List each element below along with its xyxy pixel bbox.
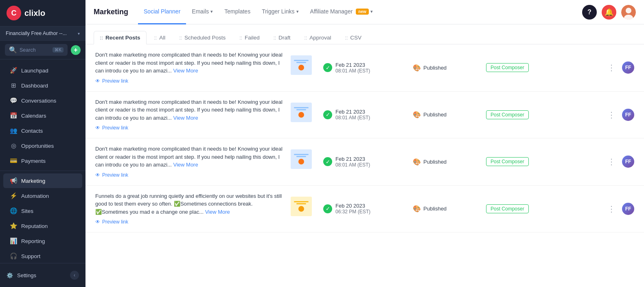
post-actions: ⋮ FF: [606, 202, 634, 215]
preview-link[interactable]: 👁 Preview link: [95, 77, 283, 85]
post-time: 08:01 AM (EST): [335, 115, 370, 120]
opportunities-icon: ◎: [10, 142, 17, 149]
settings-icon: ⚙️: [7, 272, 13, 278]
preview-label: Preview link: [102, 171, 128, 179]
svg-point-1: [626, 8, 631, 13]
account-selector[interactable]: Financially Free Author --... ▾: [0, 26, 85, 41]
sidebar-item-support[interactable]: 🎧 Support: [3, 249, 82, 263]
sidebar-item-marketing[interactable]: 📢 Marketing: [3, 173, 82, 188]
thumb-line: [294, 201, 309, 202]
sidebar-item-settings[interactable]: ⚙️ Settings ‹: [0, 267, 85, 283]
published-icon: 🎨: [413, 205, 421, 213]
tab-approval[interactable]: :: Approval: [298, 31, 337, 44]
emails-label: Emails: [192, 8, 209, 15]
view-more-link[interactable]: View More: [173, 162, 198, 168]
post-published: 🎨 Published: [413, 64, 478, 72]
post-user-avatar: FF: [622, 156, 634, 168]
user-avatar[interactable]: [621, 5, 636, 20]
account-name: Financially Free Author --...: [6, 31, 67, 36]
table-row: Don't make marketing more complicated th…: [85, 92, 644, 139]
sidebar-item-sites[interactable]: 🌐 Sites: [3, 204, 82, 218]
sidebar-item-label: Support: [21, 253, 40, 259]
search-bar: 🔍 Search ⌘K +: [0, 41, 85, 59]
sidebar-item-label: Automation: [21, 193, 49, 199]
tab-dots-icon: ::: [304, 35, 307, 41]
more-options-button[interactable]: ⋮: [606, 202, 617, 215]
table-row: Funnels do a great job running quietly a…: [85, 186, 644, 233]
more-options-button[interactable]: ⋮: [606, 155, 617, 168]
sidebar-item-calendars[interactable]: 📅 Calendars: [3, 108, 82, 123]
post-thumbnail: [291, 55, 315, 80]
sidebar-item-label: Payments: [21, 158, 46, 164]
view-more-link[interactable]: View More: [173, 115, 198, 121]
tab-recent-posts[interactable]: :: Recent Posts: [94, 31, 147, 44]
published-label: Published: [423, 65, 447, 71]
topbar: Marketing Social Planner Emails ▾ Templa…: [85, 0, 644, 24]
view-more-link[interactable]: View More: [205, 209, 230, 215]
add-button[interactable]: +: [71, 45, 81, 55]
post-actions: ⋮ FF: [606, 61, 634, 74]
tab-failed[interactable]: :: Failed: [233, 31, 265, 44]
more-options-button[interactable]: ⋮: [606, 61, 617, 74]
post-published: 🎨 Published: [413, 205, 478, 213]
tab-social-planner[interactable]: Social Planner: [138, 0, 186, 24]
preview-link[interactable]: 👁 Preview link: [95, 218, 283, 226]
sidebar-item-launchpad[interactable]: 🚀 Launchpad: [3, 63, 82, 78]
tab-draft[interactable]: :: Draft: [267, 31, 297, 44]
thumb-line: [294, 60, 309, 61]
tab-emails[interactable]: Emails ▾: [186, 0, 219, 24]
sidebar-item-opportunities[interactable]: ◎ Opportunities: [3, 138, 82, 153]
content-area: :: Recent Posts :: All :: Scheduled Post…: [85, 24, 644, 287]
post-date: Feb 21 2023: [335, 156, 370, 162]
tab-trigger-links[interactable]: Trigger Links ▾: [256, 0, 304, 24]
sidebar-item-dashboard[interactable]: ⊞ Dashboard: [3, 78, 82, 93]
tab-label: Approval: [309, 35, 331, 41]
sidebar-bottom: ⚙️ Settings ‹: [0, 263, 85, 287]
tab-templates[interactable]: Templates: [219, 0, 256, 24]
sidebar-item-contacts[interactable]: 👥 Contacts: [3, 123, 82, 138]
post-status-area: ✓ Feb 21 2023 08:01 AM (EST): [323, 62, 405, 74]
sidebar-item-reporting[interactable]: 📊 Reporting: [3, 234, 82, 248]
published-label: Published: [423, 112, 447, 118]
post-time: 06:32 PM (EST): [335, 209, 370, 215]
sidebar-item-label: Marketing: [21, 178, 45, 184]
payments-icon: 💳: [10, 157, 17, 164]
tab-affiliate-manager[interactable]: Affiliate Manager new ▾: [304, 0, 379, 24]
source-badge: Post Composer: [486, 204, 529, 213]
post-source: Post Composer: [486, 157, 539, 166]
sidebar-item-reputation[interactable]: ⭐ Reputation: [3, 219, 82, 233]
conversations-icon: 💬: [10, 97, 17, 104]
tab-dots-icon: ::: [274, 35, 276, 41]
view-more-link[interactable]: View More: [173, 68, 198, 74]
post-user-avatar: FF: [622, 109, 634, 121]
thumb-line: [296, 109, 306, 110]
templates-label: Templates: [224, 8, 250, 15]
thumb-line: [294, 107, 309, 108]
post-user-avatar: FF: [622, 61, 634, 74]
source-badge: Post Composer: [486, 157, 529, 166]
help-button[interactable]: ?: [582, 5, 597, 20]
preview-link[interactable]: 👁 Preview link: [95, 124, 283, 131]
sidebar-item-payments[interactable]: 💳 Payments: [3, 153, 82, 168]
sidebar-item-label: Conversations: [21, 98, 56, 104]
automation-icon: ⚡: [10, 192, 17, 199]
post-date: Feb 20 2023: [335, 203, 370, 209]
logo-icon: C: [7, 6, 21, 20]
tab-label: Failed: [245, 35, 260, 41]
sidebar-item-automation[interactable]: ⚡ Automation: [3, 188, 82, 203]
preview-link[interactable]: 👁 Preview link: [95, 171, 283, 179]
search-input[interactable]: 🔍 Search ⌘K: [5, 44, 68, 56]
more-options-button[interactable]: ⋮: [606, 108, 617, 121]
check-icon: ✓: [323, 63, 332, 72]
sidebar-item-conversations[interactable]: 💬 Conversations: [3, 93, 82, 108]
new-badge: new: [356, 9, 368, 15]
notifications-button[interactable]: 🔔: [602, 5, 616, 20]
tab-scheduled-posts[interactable]: :: Scheduled Posts: [173, 31, 232, 44]
tab-all[interactable]: :: All: [148, 31, 172, 44]
preview-label: Preview link: [102, 124, 128, 131]
sidebar-item-label: Reputation: [21, 223, 48, 229]
sidebar-item-label: Sites: [21, 208, 33, 214]
sidebar-collapse-button[interactable]: ‹: [70, 271, 79, 280]
tab-csv[interactable]: :: CSV: [339, 31, 368, 44]
tab-dots-icon: ::: [179, 35, 182, 41]
